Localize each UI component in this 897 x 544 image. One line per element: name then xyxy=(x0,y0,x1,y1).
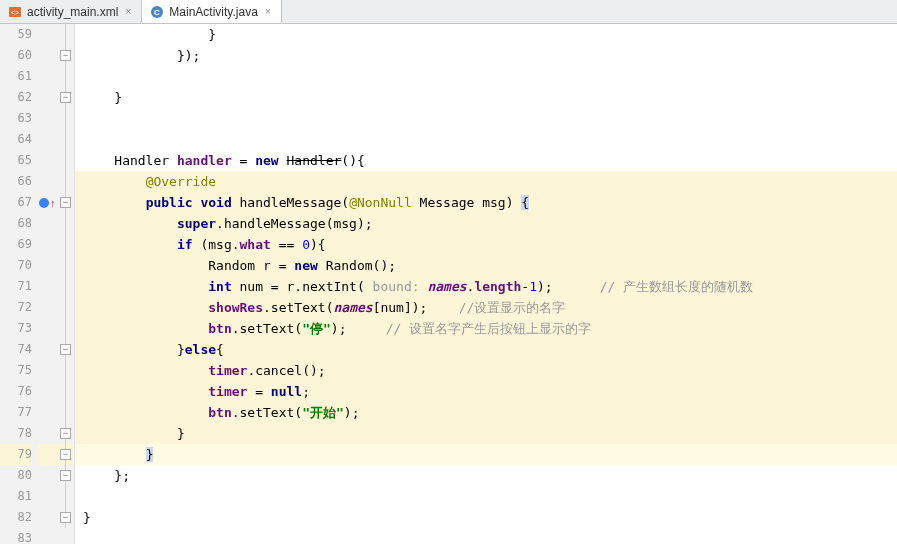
code-line[interactable]: } xyxy=(75,24,897,45)
tab-label: activity_main.xml xyxy=(27,5,118,19)
fold-toggle-icon[interactable]: − xyxy=(60,197,71,208)
fold-toggle-icon[interactable]: − xyxy=(60,50,71,61)
code-line[interactable]: btn.setText("开始"); xyxy=(75,402,897,423)
code-line[interactable]: @Override xyxy=(75,171,897,192)
code-line[interactable]: }else{ xyxy=(75,339,897,360)
code-line[interactable]: btn.setText("停"); // 设置名字产生后按钮上显示的字 xyxy=(75,318,897,339)
svg-text:C: C xyxy=(154,8,160,17)
code-line[interactable] xyxy=(75,528,897,544)
code-line[interactable]: timer.cancel(); xyxy=(75,360,897,381)
code-line[interactable]: } xyxy=(75,444,897,465)
code-line[interactable] xyxy=(75,108,897,129)
code-line[interactable]: super.handleMessage(msg); xyxy=(75,213,897,234)
close-icon[interactable]: × xyxy=(263,7,273,17)
line-numbers: 5960616263646566676869707172737475767778… xyxy=(0,24,38,544)
fold-toggle-icon[interactable]: − xyxy=(60,92,71,103)
fold-toggle-icon[interactable]: − xyxy=(60,512,71,523)
code-area[interactable]: } }); } Handler handler = new Handler(){… xyxy=(75,24,897,544)
code-line[interactable] xyxy=(75,129,897,150)
code-line[interactable]: public void handleMessage(@NonNull Messa… xyxy=(75,192,897,213)
code-line[interactable]: }); xyxy=(75,45,897,66)
tab-label: MainActivity.java xyxy=(169,5,257,19)
code-line[interactable]: if (msg.what == 0){ xyxy=(75,234,897,255)
code-line[interactable]: } xyxy=(75,507,897,528)
code-line[interactable]: } xyxy=(75,87,897,108)
code-line[interactable]: } xyxy=(75,423,897,444)
editor: 5960616263646566676869707172737475767778… xyxy=(0,24,897,544)
code-line[interactable]: Handler handler = new Handler(){ xyxy=(75,150,897,171)
code-line[interactable]: Random r = new Random(); xyxy=(75,255,897,276)
java-class-icon: C xyxy=(150,5,164,19)
tab-activity-main-xml[interactable]: <> activity_main.xml × xyxy=(0,0,142,23)
svg-text:<>: <> xyxy=(11,9,19,16)
gutter-markers: ↑ xyxy=(38,24,58,544)
xml-file-icon: <> xyxy=(8,5,22,19)
fold-toggle-icon[interactable]: − xyxy=(60,470,71,481)
fold-column: −−−−−−−− xyxy=(58,24,74,544)
code-line[interactable] xyxy=(75,66,897,87)
code-line[interactable]: int num = r.nextInt( bound: names.length… xyxy=(75,276,897,297)
fold-toggle-icon[interactable]: − xyxy=(60,428,71,439)
editor-tabs: <> activity_main.xml × C MainActivity.ja… xyxy=(0,0,897,24)
fold-toggle-icon[interactable]: − xyxy=(60,449,71,460)
code-line[interactable]: showRes.setText(names[num]); //设置显示的名字 xyxy=(75,297,897,318)
fold-toggle-icon[interactable]: − xyxy=(60,344,71,355)
code-line[interactable]: }; xyxy=(75,465,897,486)
code-line[interactable]: timer = null; xyxy=(75,381,897,402)
code-line[interactable] xyxy=(75,486,897,507)
gutter: 5960616263646566676869707172737475767778… xyxy=(0,24,75,544)
tab-main-activity-java[interactable]: C MainActivity.java × xyxy=(142,0,281,23)
override-up-icon[interactable]: ↑ xyxy=(50,197,56,209)
close-icon[interactable]: × xyxy=(123,7,133,17)
breakpoint-icon[interactable] xyxy=(39,198,49,208)
